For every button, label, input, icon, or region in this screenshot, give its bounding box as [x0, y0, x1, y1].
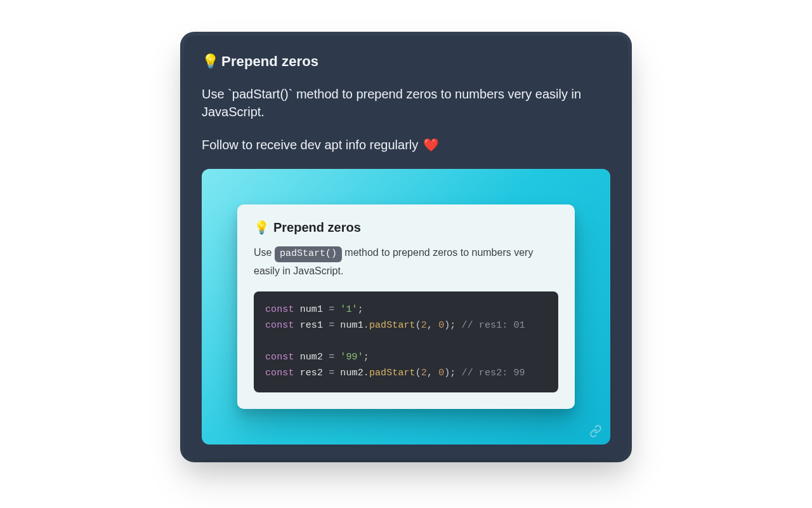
code-token: padStart [369, 320, 416, 331]
inner-title: 💡 Prepend zeros [254, 220, 558, 235]
code-token: padStart [369, 368, 416, 378]
code-token: = [329, 304, 334, 315]
code-token: ; [450, 320, 455, 331]
inner-title-text: Prepend zeros [273, 220, 361, 235]
lightbulb-icon: 💡 [254, 220, 270, 235]
post-p1-code: padStart() [232, 87, 289, 101]
code-token: const [265, 320, 294, 331]
post-card: 💡 Prepend zeros Use `padStart()` method … [184, 36, 628, 458]
lightbulb-icon: 💡 [202, 53, 219, 70]
code-token: . [363, 320, 369, 331]
code-token: // res2: 99 [462, 368, 525, 378]
code-token: const [265, 304, 294, 315]
code-token: res2 [300, 368, 323, 378]
code-token: num1 [340, 320, 363, 331]
code-token: '1' [340, 304, 357, 315]
code-token: const [265, 368, 294, 378]
code-token: 2 [421, 320, 427, 331]
code-token: ; [358, 304, 363, 315]
link-icon[interactable] [589, 424, 603, 438]
code-token: = [329, 320, 334, 331]
code-token: 2 [421, 368, 427, 378]
code-token: , [427, 368, 433, 378]
code-token: ( [416, 368, 421, 378]
post-paragraph-2: Follow to receive dev apt info regularly… [202, 136, 610, 154]
inner-desc-code-pill: padStart() [275, 246, 342, 262]
code-token: ) [444, 368, 450, 378]
inner-description: Use padStart() method to prepend zeros t… [254, 244, 558, 280]
image-card[interactable]: 💡 Prepend zeros Use padStart() method to… [202, 169, 610, 444]
code-token: 0 [438, 320, 444, 331]
inner-desc-pre: Use [254, 247, 275, 258]
code-token: 0 [438, 368, 444, 378]
code-token: = [329, 368, 334, 378]
code-token: ; [363, 352, 369, 363]
post-p1-pre: Use ` [202, 87, 232, 101]
code-token: ( [416, 320, 421, 331]
post-title: 💡 Prepend zeros [202, 53, 610, 70]
code-token: ) [444, 320, 450, 331]
heart-icon: ❤️ [423, 138, 439, 152]
code-token: '99' [340, 352, 363, 363]
post-paragraph-1: Use `padStart()` method to prepend zeros… [202, 85, 610, 121]
code-block: const num1 = '1'; const res1 = num1.padS… [254, 291, 558, 392]
code-token: // res1: 01 [462, 320, 525, 331]
code-token: const [265, 352, 294, 363]
stage: 💡 Prepend zeros Use `padStart()` method … [0, 0, 812, 508]
post-title-text: Prepend zeros [221, 53, 318, 70]
code-token: = [329, 352, 334, 363]
code-token: res1 [300, 320, 323, 331]
inner-card: 💡 Prepend zeros Use padStart() method to… [237, 204, 575, 409]
code-token: ; [450, 368, 455, 378]
code-token: , [427, 320, 433, 331]
code-token: num2 [300, 352, 323, 363]
post-p2-text: Follow to receive dev apt info regularly [202, 138, 418, 152]
code-token: . [363, 368, 369, 378]
code-token: num1 [300, 304, 323, 315]
code-token: num2 [340, 368, 363, 378]
post-body: Use `padStart()` method to prepend zeros… [202, 85, 610, 154]
